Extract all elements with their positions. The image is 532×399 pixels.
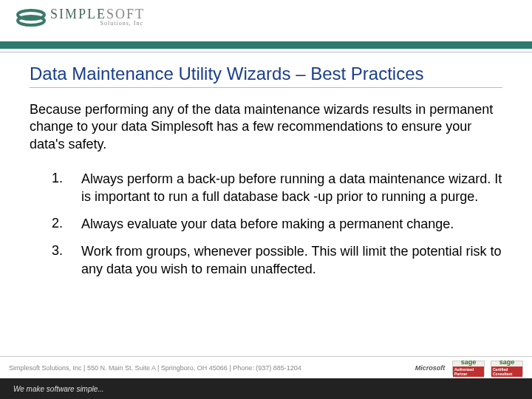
header: SIMPLESOFT Solutions, Inc <box>0 0 532 41</box>
footer-tagline: We make software simple... <box>13 385 104 393</box>
company-name: SIMPLESOFT <box>50 7 145 21</box>
content-area: Data Maintenance Utility Wizards – Best … <box>0 41 532 278</box>
list-text: Work from groups, whenever possible. Thi… <box>81 243 502 278</box>
header-divider <box>0 52 532 52</box>
sage-certified-logo: sage Certified Consultant <box>491 361 523 375</box>
logo-icon <box>16 6 46 28</box>
list-item: 3. Work from groups, whenever possible. … <box>52 243 502 278</box>
recommendations-list: 1. Always perform a back-up before runni… <box>30 171 502 278</box>
intro-paragraph: Because performing any of the data maint… <box>30 101 502 153</box>
logo: SIMPLESOFT Solutions, Inc <box>16 6 532 28</box>
company-subtitle: Solutions, Inc <box>50 21 145 27</box>
footer-tagline-bar: We make software simple... <box>0 378 532 399</box>
sage-authorized-logo: sage Authorized Partner <box>452 361 485 375</box>
list-text: Always perform a back-up before running … <box>81 171 502 205</box>
header-accent-bar <box>0 41 532 49</box>
list-number: 3. <box>52 243 81 278</box>
microsoft-logo: Microsoft <box>414 361 446 375</box>
partner-logos: Microsoft sage Authorized Partner sage C… <box>414 361 523 375</box>
list-item: 2. Always evaluate your data before maki… <box>52 216 502 233</box>
footer-info-bar: Simplesoft Solutions, Inc | 550 N. Main … <box>0 356 532 378</box>
list-item: 1. Always perform a back-up before runni… <box>52 171 502 205</box>
footer: Simplesoft Solutions, Inc | 550 N. Main … <box>0 356 532 399</box>
page-title: Data Maintenance Utility Wizards – Best … <box>30 64 502 88</box>
list-number: 2. <box>52 216 81 233</box>
footer-contact: Simplesoft Solutions, Inc | 550 N. Main … <box>9 364 301 372</box>
list-number: 1. <box>52 171 81 205</box>
list-text: Always evaluate your data before making … <box>81 216 502 233</box>
